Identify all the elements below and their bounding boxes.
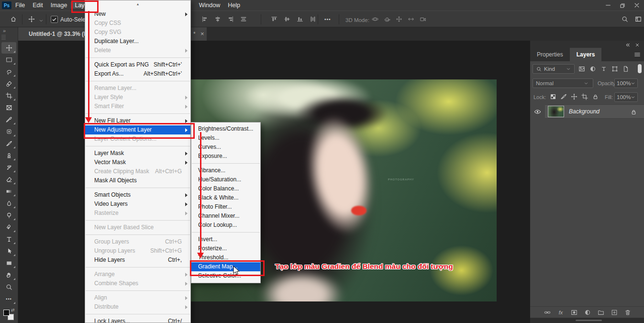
quick-select-tool[interactable] xyxy=(1,78,16,89)
type-tool[interactable] xyxy=(1,234,16,245)
color-swatches[interactable]: ⇄ xyxy=(3,310,15,321)
pen-tool[interactable] xyxy=(1,222,16,233)
lasso-tool[interactable] xyxy=(1,66,16,78)
shape-filter-icon[interactable] xyxy=(611,65,619,73)
align-right-icon[interactable] xyxy=(227,15,234,23)
history-brush-tool[interactable] xyxy=(1,162,16,173)
restore-button[interactable] xyxy=(615,0,630,11)
menu-help[interactable]: Help xyxy=(224,0,244,11)
lock-paint-icon[interactable] xyxy=(560,93,567,100)
swap-colors-icon[interactable]: ⇄ xyxy=(11,308,15,312)
eyedropper-tool[interactable] xyxy=(1,114,16,125)
menu-file[interactable]: File xyxy=(11,2,29,9)
roll-icon[interactable] xyxy=(383,15,391,23)
menu-item-smart-objects[interactable]: Smart Objects xyxy=(85,190,190,200)
lock-all-icon[interactable] xyxy=(591,93,599,100)
opacity-dropdown[interactable]: 100% xyxy=(614,78,638,88)
auto-select-checkbox[interactable] xyxy=(51,16,58,23)
menu-item-vector-mask[interactable]: Vector Mask xyxy=(85,158,190,167)
adjustment-filter-icon[interactable] xyxy=(589,65,597,73)
menu-item-layer-mask[interactable]: Layer Mask xyxy=(85,149,190,158)
menu-item-vibrance[interactable]: Vibrance... xyxy=(191,166,260,175)
frame-tool[interactable] xyxy=(1,102,16,113)
toolbar-collapse-icon[interactable]: » xyxy=(3,28,6,33)
lock-move-icon[interactable] xyxy=(570,93,578,100)
menu-item-photo-filter[interactable]: Photo Filter... xyxy=(191,202,260,212)
filter-toggle[interactable] xyxy=(638,64,642,73)
menu-item-channel-mixer[interactable]: Channel Mixer... xyxy=(191,212,260,221)
menu-edit[interactable]: Edit xyxy=(29,2,47,9)
panel-menu-icon[interactable] xyxy=(633,51,641,58)
menu-item-lock-layers[interactable]: Lock Layers...Ctrl+/ xyxy=(85,317,190,323)
align-left-icon[interactable] xyxy=(201,15,209,23)
layer-thumbnail[interactable] xyxy=(548,106,564,117)
align-center-icon[interactable] xyxy=(214,15,222,23)
eraser-tool[interactable] xyxy=(1,174,16,185)
align-top-icon[interactable] xyxy=(270,15,278,23)
crop-tool[interactable] xyxy=(1,90,16,101)
layer-effects-icon[interactable]: fx xyxy=(557,309,565,316)
visibility-eye-icon[interactable] xyxy=(533,108,541,115)
blur-tool[interactable] xyxy=(1,198,16,209)
slide-icon[interactable] xyxy=(407,15,415,23)
menu-item-video-layers[interactable]: Video Layers xyxy=(85,200,190,209)
smartobject-filter-icon[interactable] xyxy=(622,65,630,73)
fill-dropdown[interactable]: 100% xyxy=(614,92,638,102)
align-bottom-icon[interactable] xyxy=(296,15,304,23)
lock-artboard-icon[interactable] xyxy=(581,93,588,100)
menu-item-curves[interactable]: Curves... xyxy=(191,143,260,152)
pan-icon[interactable] xyxy=(395,15,403,23)
type-filter-icon[interactable] xyxy=(600,65,608,73)
zoom-tool[interactable] xyxy=(1,281,16,293)
menu-item-quick-export-as-png[interactable]: Quick Export as PNGShift+Ctrl+' xyxy=(85,60,190,69)
path-select-tool[interactable] xyxy=(1,245,16,257)
orbit-icon[interactable] xyxy=(371,15,379,23)
menu-item-new[interactable]: New xyxy=(85,10,190,19)
layer-mask-icon[interactable] xyxy=(570,309,578,316)
menu-window[interactable]: Window xyxy=(195,0,224,11)
lock-transparent-icon[interactable] xyxy=(549,93,557,100)
dodge-tool[interactable] xyxy=(1,210,16,221)
move-tool-icon[interactable] xyxy=(28,15,35,23)
delete-layer-icon[interactable] xyxy=(624,309,632,316)
gradient-tool[interactable] xyxy=(1,186,16,197)
menu-image[interactable]: Image xyxy=(47,2,71,9)
layer-row[interactable]: Background xyxy=(530,104,644,119)
menu-item-duplicate-layer[interactable]: Duplicate Layer... xyxy=(85,37,190,46)
layer-group-icon[interactable] xyxy=(597,309,605,316)
chevron-down-icon[interactable] xyxy=(37,17,45,24)
filter-kind-dropdown[interactable]: Kind xyxy=(533,64,575,74)
menu-scroll-up-icon[interactable]: ▲ xyxy=(85,0,190,7)
home-icon[interactable] xyxy=(10,15,17,23)
menu-item-levels[interactable]: Levels... xyxy=(191,134,260,143)
menu-item-invert[interactable]: Invert... xyxy=(191,235,260,244)
foreground-color-swatch[interactable] xyxy=(3,310,10,316)
menu-item-hide-layers[interactable]: Hide LayersCtrl+, xyxy=(85,256,190,265)
more-options-button[interactable]: ••• xyxy=(324,17,331,22)
menu-item-mask-all-objects[interactable]: Mask All Objects xyxy=(85,176,190,185)
toolbar-grip[interactable] xyxy=(1,35,6,40)
move-tool[interactable] xyxy=(1,42,16,54)
tab-properties[interactable]: Properties xyxy=(530,48,570,61)
menu-item-black-white[interactable]: Black & White... xyxy=(191,193,260,202)
image-filter-icon[interactable] xyxy=(578,65,586,73)
menu-item-hue-saturation[interactable]: Hue/Saturation... xyxy=(191,175,260,184)
distribute-h-icon[interactable] xyxy=(240,15,247,23)
clone-stamp-tool[interactable] xyxy=(1,150,16,161)
adjustment-layer-icon[interactable] xyxy=(584,309,591,316)
link-layers-icon[interactable] xyxy=(544,309,551,316)
menu-item-brightness-contrast[interactable]: Brightness/Contrast... xyxy=(191,124,260,134)
menu-item-posterize[interactable]: Posterize... xyxy=(191,244,260,253)
panel-scrollbar[interactable] xyxy=(576,320,602,321)
minimize-button[interactable] xyxy=(601,0,615,11)
menu-item-export-as[interactable]: Export As...Alt+Shift+Ctrl+' xyxy=(85,69,190,78)
rectangle-tool[interactable] xyxy=(1,257,16,269)
healing-tool[interactable] xyxy=(1,126,16,137)
close-button[interactable] xyxy=(630,0,644,11)
blend-mode-dropdown[interactable]: Normal xyxy=(533,78,593,88)
workspace-icon[interactable] xyxy=(634,15,642,23)
hand-tool[interactable] xyxy=(1,269,16,281)
tab-layers[interactable]: Layers xyxy=(570,48,602,61)
menu-item-exposure[interactable]: Exposure... xyxy=(191,152,260,161)
tab-close-icon[interactable]: × xyxy=(200,30,204,37)
